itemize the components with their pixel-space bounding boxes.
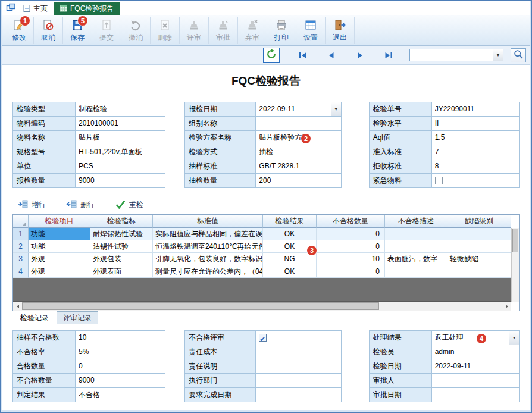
table-cell[interactable]: 0 <box>317 265 385 278</box>
chevron-down-icon[interactable]: ▼ <box>493 49 503 61</box>
settings-button[interactable]: 设置 <box>296 17 326 44</box>
judge-result-field[interactable]: 不合格 <box>75 387 165 402</box>
tab-review-record[interactable]: 评审记录 <box>57 311 98 324</box>
ng-review-checkbox[interactable] <box>259 334 267 342</box>
table-cell[interactable] <box>447 228 511 240</box>
horizontal-scrollbar[interactable] <box>13 302 511 311</box>
print-button[interactable]: 打印 <box>267 17 296 44</box>
aql-field[interactable]: 1.5 <box>431 130 520 145</box>
approver-field[interactable] <box>431 373 520 388</box>
duty-cost-field[interactable] <box>255 345 341 359</box>
table-cell[interactable]: 引脚无氧化，包装良好，数字标识 <box>153 253 263 265</box>
tab-home[interactable]: 主页 <box>17 2 54 15</box>
sample-ng-qty-field[interactable]: 10 <box>75 330 165 345</box>
row-number-cell[interactable]: 4 <box>13 265 29 278</box>
row-number-cell[interactable]: 2 <box>13 240 29 253</box>
row-number-cell[interactable]: 1 <box>13 228 29 240</box>
delete-row-button[interactable]: 删行 <box>66 199 95 211</box>
table-cell[interactable]: 表面脏污，数字 <box>385 253 447 265</box>
ng-rate-field[interactable]: 5% <box>75 345 165 359</box>
chevron-down-icon[interactable]: ▼ <box>509 331 519 345</box>
table-cell[interactable]: 0 <box>317 228 385 240</box>
table-cell[interactable]: 恒温烙铁温调至240±10℃再给元件 <box>153 240 263 253</box>
handle-result-select[interactable]: 返工处理▼ <box>431 330 520 345</box>
table-cell[interactable] <box>385 228 447 240</box>
tab-inspection-record[interactable]: 检验记录 <box>14 311 55 324</box>
inspector-field[interactable]: admin <box>431 345 520 359</box>
next-record-button[interactable] <box>355 51 365 60</box>
table-cell[interactable]: 功能 <box>29 240 90 253</box>
report-qty-field[interactable]: 9000 <box>75 173 165 188</box>
sampling-qty-field[interactable]: 200 <box>255 173 341 188</box>
col-header-indicator[interactable]: 检验指标 <box>90 215 153 228</box>
table-cell[interactable]: 功能 <box>29 228 90 240</box>
table-cell[interactable] <box>447 240 511 253</box>
table-cell[interactable]: 测量尺寸应在允许的公差内，（040 <box>153 265 263 278</box>
table-cell[interactable]: 实际阻值应与样品相同，偏差在误 <box>153 228 263 240</box>
urgent-material-checkbox[interactable] <box>435 177 443 184</box>
spec-model-field[interactable]: HT-501,220v,单面板 <box>75 145 165 159</box>
recheck-button[interactable]: 重检 <box>115 199 143 211</box>
ok-qty-field[interactable]: 0 <box>75 359 165 374</box>
search-button[interactable] <box>511 48 526 62</box>
hscrollbar-thumb[interactable] <box>22 302 379 310</box>
inspection-level-field[interactable]: II <box>431 116 520 131</box>
cascade-windows-icon[interactable] <box>5 2 17 14</box>
table-cell[interactable]: OK <box>263 228 317 240</box>
ng-qty-field[interactable]: 9000 <box>75 373 165 388</box>
material-code-field[interactable]: 2010100001 <box>75 116 165 131</box>
first-record-button[interactable] <box>298 51 308 60</box>
chevron-down-icon[interactable]: ▼ <box>331 102 341 116</box>
vertical-scrollbar[interactable] <box>511 228 519 302</box>
col-header-defect-level[interactable]: 缺陷级别 <box>447 215 511 228</box>
table-cell[interactable] <box>385 265 447 278</box>
sampling-standard-field[interactable]: GB/T 2828.1 <box>255 159 341 174</box>
refresh-button[interactable] <box>263 48 280 63</box>
plan-name-field[interactable]: 贴片板检验方案 <box>255 130 341 145</box>
table-cell[interactable]: 外观包装 <box>90 253 153 265</box>
inspection-type-field[interactable]: 制程检验 <box>75 102 165 117</box>
table-row[interactable]: 3 外观 外观包装 引脚无氧化，包装良好，数字标识 NG 10 表面脏污，数字 … <box>13 253 511 265</box>
scroll-left-icon[interactable] <box>13 302 22 311</box>
col-header-standard[interactable]: 标准值 <box>153 215 263 228</box>
col-header-ng-desc[interactable]: 不合格描述 <box>385 215 447 228</box>
table-cell[interactable]: NG <box>263 253 317 265</box>
table-corner-cell[interactable] <box>13 215 29 228</box>
cancel-button[interactable]: 取消 <box>34 17 63 44</box>
last-record-button[interactable] <box>383 51 394 60</box>
table-cell[interactable]: OK <box>263 265 317 278</box>
col-header-ng-qty[interactable]: 不合格数量 <box>317 215 385 228</box>
table-cell[interactable]: 耐焊锡热性试验 <box>90 228 153 240</box>
table-row[interactable]: 1 功能 耐焊锡热性试验 实际阻值应与样品相同，偏差在误 OK 0 <box>13 228 511 240</box>
table-cell[interactable]: 外观 <box>29 265 90 278</box>
table-row[interactable]: 2 功能 沾锡性试验 恒温烙铁温调至240±10℃再给元件 OK 0 <box>13 240 511 253</box>
table-cell[interactable]: 外观 <box>29 253 90 265</box>
tab-fqc-report[interactable]: FQC检验报告 <box>54 2 120 15</box>
unit-field[interactable]: PCS <box>75 159 165 174</box>
table-row[interactable]: 4 外观 外观表面 测量尺寸应在允许的公差内，（040 OK 0 <box>13 265 511 278</box>
vscrollbar-thumb[interactable] <box>512 229 518 252</box>
inspect-date-field[interactable]: 2022-09-11 <box>431 359 520 374</box>
row-number-cell[interactable]: 3 <box>13 253 29 265</box>
exit-button[interactable]: 退出 <box>326 17 355 44</box>
table-cell[interactable]: 外观表面 <box>90 265 153 278</box>
record-combobox[interactable]: ▼ <box>409 49 503 61</box>
order-no-field[interactable]: JY22090011 <box>431 102 520 117</box>
due-date-field[interactable] <box>255 387 341 402</box>
inspect-method-field[interactable]: 抽检 <box>255 145 341 159</box>
approve-date-field[interactable] <box>431 387 520 402</box>
table-cell[interactable] <box>385 240 447 253</box>
reject-standard-field[interactable]: 8 <box>431 159 520 174</box>
table-cell[interactable]: 轻微缺陷 <box>447 253 511 265</box>
material-name-field[interactable]: 贴片板 <box>75 130 165 145</box>
accept-standard-field[interactable]: 7 <box>431 145 520 159</box>
group-name-field[interactable] <box>255 116 341 131</box>
table-cell[interactable]: 沾锡性试验 <box>90 240 153 253</box>
duty-desc-field[interactable] <box>255 359 341 374</box>
report-date-field[interactable]: 2022-09-11▼ <box>255 102 341 117</box>
exec-dept-field[interactable] <box>255 373 341 388</box>
col-header-item[interactable]: 检验项目 <box>29 215 90 228</box>
table-cell[interactable]: 0 <box>317 240 385 253</box>
table-cell[interactable]: 10 <box>317 253 385 265</box>
table-cell[interactable] <box>447 265 511 278</box>
